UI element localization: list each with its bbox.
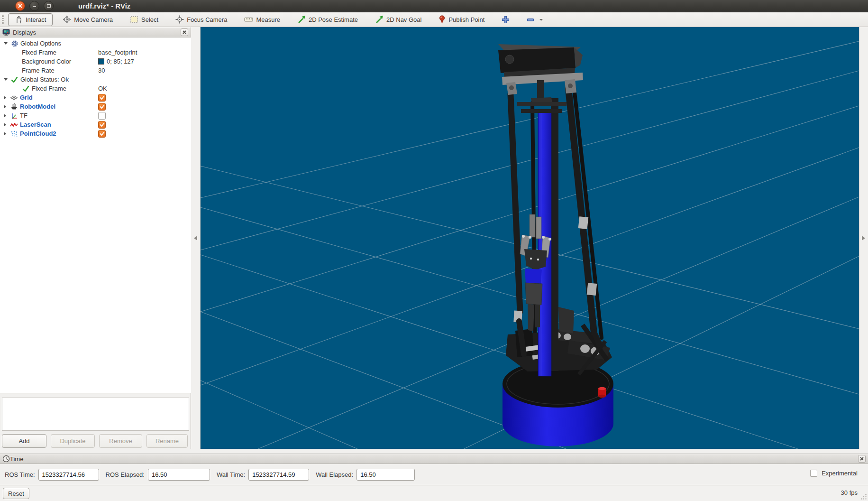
chevron-down-icon <box>539 16 543 24</box>
wall-elapsed-input[interactable] <box>356 469 415 481</box>
map-pin-icon <box>439 15 446 24</box>
remove-tool-button[interactable] <box>521 13 548 26</box>
row-label: LaserScan <box>20 121 51 128</box>
title-bar: urdf.rviz* - RViz <box>0 0 868 12</box>
experimental-checkbox[interactable] <box>810 470 817 477</box>
expander-icon[interactable] <box>4 105 6 109</box>
time-panel-close-button[interactable] <box>858 455 866 463</box>
right-panel-splitter[interactable] <box>859 27 868 449</box>
laserscan-icon <box>10 121 18 129</box>
close-icon <box>860 457 864 461</box>
remove-display-button[interactable]: Remove <box>99 434 142 448</box>
row-label: TF <box>20 112 27 119</box>
collapse-left-arrow-icon[interactable] <box>194 236 197 241</box>
ros-elapsed-field: ROS Elapsed: <box>106 469 210 481</box>
row-label: Fixed Frame <box>32 85 66 92</box>
row-label: Global Options <box>20 40 61 47</box>
displays-panel: Displays Global Options Fixe <box>0 27 191 449</box>
experimental-label: Experimental <box>822 470 858 477</box>
ros-time-input[interactable] <box>38 469 99 481</box>
monitor-icon <box>2 28 10 37</box>
grid-enabled-checkbox[interactable] <box>98 94 106 102</box>
add-tool-button[interactable] <box>496 13 515 26</box>
pose-estimate-tool-button[interactable]: 2D Pose Estimate <box>292 13 363 26</box>
minimize-icon <box>32 4 37 8</box>
interact-tool-label: Interact <box>26 16 46 23</box>
ros-elapsed-input[interactable] <box>148 469 210 481</box>
interact-tool-button[interactable]: Interact <box>8 13 53 26</box>
frame-rate-value[interactable]: 30 <box>98 67 105 74</box>
wall-time-input[interactable] <box>248 469 309 481</box>
displays-button-row: Add Duplicate Remove Rename <box>2 434 191 448</box>
pose-estimate-tool-label: 2D Pose Estimate <box>309 16 358 23</box>
pointcloud2-enabled-checkbox[interactable] <box>98 130 106 138</box>
tf-enabled-checkbox[interactable] <box>98 112 106 120</box>
wall-elapsed-label: Wall Elapsed: <box>316 471 353 478</box>
time-fields-row: ROS Time: ROS Elapsed: Wall Time: Wall E… <box>5 468 421 481</box>
add-display-button[interactable]: Add <box>2 434 46 448</box>
row-label: Fixed Frame <box>22 49 56 56</box>
green-arrow-icon <box>297 15 306 24</box>
select-tool-button[interactable]: Select <box>125 13 164 26</box>
measure-tool-label: Measure <box>256 16 280 23</box>
ros-elapsed-label: ROS Elapsed: <box>106 471 145 478</box>
expander-icon[interactable] <box>4 42 8 45</box>
measure-tool-button[interactable]: Measure <box>239 13 285 26</box>
left-panel-splitter[interactable] <box>191 27 201 449</box>
window-minimize-button[interactable] <box>29 1 39 11</box>
checkmark-icon <box>100 104 105 109</box>
displays-panel-header[interactable]: Displays <box>0 27 191 37</box>
robot-icon <box>10 102 18 111</box>
select-tool-label: Select <box>141 16 158 23</box>
ros-time-label: ROS Time: <box>5 471 35 478</box>
displays-panel-close-button[interactable] <box>181 28 188 36</box>
window-close-button[interactable] <box>15 1 25 11</box>
laserscan-enabled-checkbox[interactable] <box>98 121 106 129</box>
expander-icon[interactable] <box>4 78 8 81</box>
background-color-value[interactable]: 0; 85; 127 <box>107 58 134 65</box>
row-label: RobotModel <box>20 103 55 110</box>
window-title: urdf.rviz* - RViz <box>78 2 130 10</box>
row-label: PointCloud2 <box>20 130 56 137</box>
3d-viewport[interactable] <box>201 27 859 449</box>
rename-display-button[interactable]: Rename <box>146 434 188 448</box>
focus-camera-tool-label: Focus Camera <box>187 16 227 23</box>
pointcloud-icon <box>10 130 18 138</box>
display-description-box <box>2 398 189 431</box>
close-icon <box>183 30 186 34</box>
robotmodel-enabled-checkbox[interactable] <box>98 103 106 111</box>
time-panel-header[interactable]: Time <box>0 454 868 464</box>
move-camera-tool-button[interactable]: Move Camera <box>57 13 118 26</box>
checkmark-icon <box>100 131 105 136</box>
toolbar-drag-handle[interactable] <box>2 15 4 24</box>
resize-grip[interactable] <box>860 493 867 500</box>
status-bar: Reset 30 fps <box>0 485 868 501</box>
fixed-frame-value[interactable]: base_footprint <box>98 49 137 56</box>
tree-column-divider <box>96 37 96 393</box>
row-label: Background Color <box>22 58 71 65</box>
robot-model <box>498 44 613 446</box>
close-icon <box>18 4 22 8</box>
reset-button[interactable]: Reset <box>3 488 29 499</box>
color-swatch[interactable] <box>98 58 104 65</box>
window-maximize-button[interactable] <box>44 1 54 11</box>
check-icon <box>22 84 30 93</box>
displays-panel-title: Displays <box>13 29 36 36</box>
plus-icon <box>502 16 510 24</box>
publish-point-tool-button[interactable]: Publish Point <box>433 13 490 26</box>
ruler-icon <box>244 15 253 24</box>
duplicate-display-button[interactable]: Duplicate <box>51 434 95 448</box>
expander-icon[interactable] <box>4 114 6 118</box>
nav-goal-tool-button[interactable]: 2D Nav Goal <box>370 13 427 26</box>
minus-icon <box>527 16 534 24</box>
ros-time-field: ROS Time: <box>5 469 99 481</box>
expander-icon[interactable] <box>4 96 6 100</box>
focus-camera-tool-button[interactable]: Focus Camera <box>170 13 232 26</box>
check-icon <box>10 75 18 84</box>
wall-time-label: Wall Time: <box>217 471 245 478</box>
publish-point-tool-label: Publish Point <box>448 16 484 23</box>
expander-icon[interactable] <box>4 123 6 127</box>
fps-counter: 30 fps <box>841 489 858 496</box>
collapse-right-arrow-icon[interactable] <box>862 236 865 241</box>
expander-icon[interactable] <box>4 132 6 136</box>
